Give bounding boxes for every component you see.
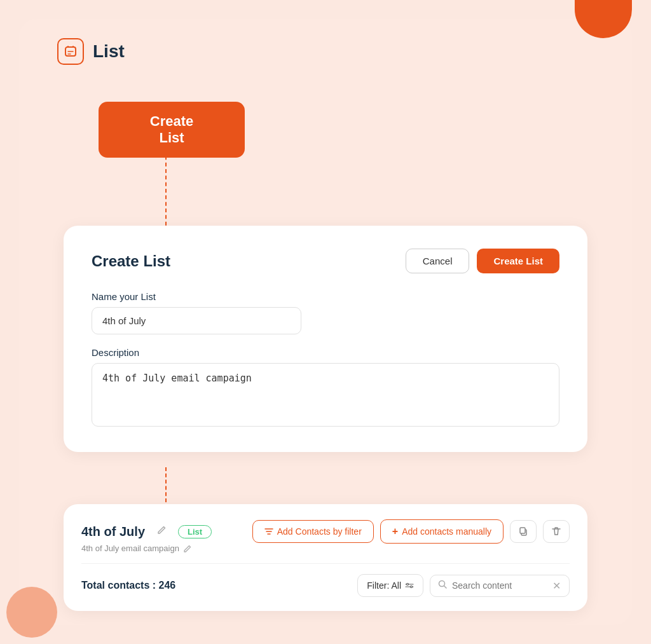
svg-rect-2 (520, 528, 525, 533)
filter-all-button[interactable]: Filter: All (357, 574, 423, 597)
copy-button[interactable] (510, 520, 537, 543)
delete-button[interactable] (543, 520, 570, 543)
cancel-button[interactable]: Cancel (406, 249, 470, 273)
add-contacts-by-filter-button[interactable]: Add Contacts by filter (252, 520, 374, 543)
separator (81, 563, 570, 564)
add-manual-label: Add contacts manually (402, 526, 491, 537)
list-card-actions: Add Contacts by filter + Add contacts ma… (252, 519, 570, 544)
list-result-card: 4th of July List Add Contacts by filter … (64, 504, 587, 611)
list-card-top-row: 4th of July List Add Contacts by filter … (81, 519, 570, 544)
adjust-icon (405, 581, 414, 590)
desc-textarea[interactable]: 4th of July email campaign (92, 363, 559, 427)
list-desc-text: 4th of July email campaign (81, 544, 179, 553)
filter-icon (264, 527, 273, 536)
form-card-title: Create List (92, 252, 170, 270)
deco-bottom-left (6, 587, 57, 638)
trash-icon (551, 526, 561, 537)
desc-field-label: Description (92, 347, 559, 358)
svg-line-10 (444, 586, 447, 589)
list-name: 4th of July (81, 524, 145, 539)
page-title: List (93, 41, 125, 62)
name-field-label: Name your List (92, 291, 559, 302)
edit-name-icon[interactable] (156, 525, 167, 538)
search-icon (438, 580, 447, 591)
list-description: 4th of July email campaign (81, 544, 570, 553)
filter-search-row: Filter: All (357, 574, 570, 597)
copy-icon (518, 526, 528, 537)
total-contacts: Total contacts : 246 (81, 580, 175, 591)
search-clear-icon[interactable]: ✕ (552, 580, 561, 592)
edit-desc-icon[interactable] (183, 544, 192, 553)
create-list-form-card: Create List Cancel Create List Name your… (64, 226, 587, 452)
page-header: List (57, 38, 125, 65)
filter-label: Filter: All (367, 580, 401, 591)
list-bottom-row: Total contacts : 246 Filter: All (81, 574, 570, 597)
plus-icon: + (392, 526, 398, 537)
add-by-filter-label: Add Contacts by filter (277, 526, 362, 537)
dashed-line-top (165, 149, 167, 232)
add-contacts-manually-button[interactable]: + Add contacts manually (380, 519, 504, 544)
page-icon (57, 38, 84, 65)
form-card-header: Create List Cancel Create List (92, 249, 559, 273)
dashed-line-bottom (165, 467, 167, 502)
search-input[interactable] (452, 580, 547, 591)
create-list-button[interactable]: Create List (477, 249, 559, 273)
list-badge: List (178, 525, 212, 538)
name-input[interactable] (92, 307, 301, 334)
create-list-top-button[interactable]: Create List (99, 102, 245, 158)
search-box: ✕ (430, 575, 570, 597)
form-card-actions: Cancel Create List (406, 249, 559, 273)
